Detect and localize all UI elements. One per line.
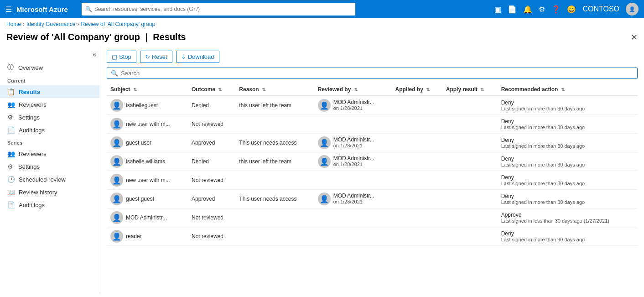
settings-icon[interactable]: ⚙	[539, 5, 545, 14]
rec-action-detail: Last signed in more than 30 days ago	[501, 237, 634, 242]
user-avatar: 👤	[110, 174, 123, 187]
portal-icon[interactable]: ▣	[494, 5, 501, 14]
sidebar-overview-label: Overview	[18, 64, 43, 71]
table-search-icon: 🔍	[111, 70, 118, 77]
table-search-input[interactable]	[121, 70, 634, 77]
sidebar-item-series-audit[interactable]: 📄 Audit logs	[0, 198, 100, 211]
face-icon[interactable]: 😀	[567, 5, 576, 14]
col-apply-result[interactable]: Apply result ⇅	[442, 83, 498, 96]
user-avatar: 👤	[110, 99, 123, 112]
cell-outcome: Approved	[188, 134, 235, 152]
notification-icon[interactable]: 🔔	[523, 5, 532, 14]
col-applied-by[interactable]: Applied by ⇅	[392, 83, 442, 96]
table-row: 👤 guest guest ApprovedThis user needs ac…	[107, 190, 638, 208]
cell-recommended-action: Approve Last signed in less than 30 days…	[498, 208, 638, 227]
breadcrumb-identity-governance[interactable]: Identity Governance	[26, 21, 75, 27]
cell-apply-result	[442, 171, 498, 190]
sidebar-history-label: Review history	[19, 189, 57, 196]
sort-subject-icon[interactable]: ⇅	[133, 87, 137, 92]
rec-action-label: Deny	[501, 99, 634, 106]
main-layout: « ⓘ Overview Current 📋 Results 👥 Reviewe…	[0, 47, 644, 294]
reviewer-date: on 1/28/2021	[333, 143, 374, 148]
cell-subject: 👤 new user with m...	[107, 115, 188, 134]
col-subject[interactable]: Subject ⇅	[107, 83, 188, 96]
cell-reason	[235, 208, 314, 227]
sidebar-scheduled-label: Scheduled review	[19, 176, 66, 183]
toolbar: ▢ Stop ↻ Reset ⇓ Download	[107, 51, 638, 63]
sidebar-series-reviewers-label: Reviewers	[19, 151, 47, 157]
global-search-bar[interactable]: 🔍	[82, 3, 355, 16]
subject-name: guest guest	[126, 196, 154, 202]
col-reviewed-by[interactable]: Reviewed by ⇅	[314, 83, 392, 96]
stop-button[interactable]: ▢ Stop	[107, 51, 136, 63]
table-header-row: Subject ⇅ Outcome ⇅ Reason ⇅ Reviewed by…	[107, 83, 638, 96]
global-search-input[interactable]	[94, 6, 352, 12]
stop-icon: ▢	[112, 53, 117, 60]
sort-recommended-icon[interactable]: ⇅	[561, 87, 565, 92]
close-button[interactable]: ✕	[631, 32, 638, 42]
breadcrumb-review[interactable]: Review of 'All Company' group	[81, 21, 155, 27]
sidebar-item-series-settings[interactable]: ⚙ Settings	[0, 160, 100, 173]
rec-action-label: Deny	[501, 118, 634, 125]
sort-applied-icon[interactable]: ⇅	[426, 87, 430, 92]
col-outcome[interactable]: Outcome ⇅	[188, 83, 235, 96]
cell-applied-by	[392, 190, 442, 208]
reset-button[interactable]: ↻ Reset	[140, 51, 172, 63]
sidebar-item-review-history[interactable]: 📖 Review history	[0, 186, 100, 198]
sort-reason-icon[interactable]: ⇅	[262, 87, 265, 92]
sidebar-item-reviewers[interactable]: 👥 Reviewers	[0, 98, 100, 111]
cell-subject: 👤 reader	[107, 227, 188, 246]
col-recommended-action[interactable]: Recommended action ⇅	[498, 83, 638, 96]
cell-applied-by	[392, 227, 442, 246]
rec-action: Deny Last signed in more than 30 days ag…	[501, 137, 634, 149]
sidebar-item-scheduled-review[interactable]: 🕐 Scheduled review	[0, 173, 100, 186]
user-avatar: 👤	[110, 193, 123, 205]
subject-name: MOD Administr...	[126, 214, 167, 221]
cell-outcome: Not reviewed	[188, 171, 235, 190]
cell-subject: 👤 isabelleguest	[107, 96, 188, 115]
contoso-label: CONTOSO	[582, 5, 619, 13]
cell-subject: 👤 isabelle williams	[107, 152, 188, 171]
sidebar-item-overview[interactable]: ⓘ Overview	[0, 61, 100, 74]
search-icon: 🔍	[85, 6, 92, 12]
hamburger-icon[interactable]: ☰	[5, 5, 12, 14]
user-avatar: 👤	[110, 136, 123, 149]
scheduled-icon: 🕐	[7, 176, 15, 183]
sidebar-item-settings[interactable]: ⚙ Settings	[0, 111, 100, 124]
collapse-icon[interactable]: «	[93, 51, 96, 58]
rec-action-detail: Last signed in more than 30 days ago	[501, 162, 634, 167]
cell-reviewed-by	[314, 171, 392, 190]
help-icon[interactable]: ❓	[551, 5, 561, 14]
table-row: 👤 new user with m... Not reviewed Deny L…	[107, 171, 638, 190]
top-nav: ☰ Microsoft Azure 🔍 ▣ 📄 🔔 ⚙ ❓ 😀 CONTOSO …	[0, 0, 644, 18]
download-button[interactable]: ⇓ Download	[176, 51, 219, 63]
series-reviewers-icon: 👥	[7, 150, 15, 157]
cell-subject: 👤 new user with m...	[107, 171, 188, 190]
sidebar-item-results[interactable]: 📋 Results	[0, 85, 100, 98]
cell-reviewed-by	[314, 208, 392, 227]
col-reason[interactable]: Reason ⇅	[235, 83, 314, 96]
user-avatar: 👤	[110, 155, 123, 168]
table-row: 👤 guest user ApprovedThis user needs acc…	[107, 134, 638, 152]
sort-apply-result-icon[interactable]: ⇅	[480, 87, 484, 92]
reviewer-avatar: 👤	[318, 193, 331, 205]
cell-apply-result	[442, 152, 498, 171]
feedback-icon[interactable]: 📄	[508, 5, 517, 14]
sidebar-item-series-reviewers[interactable]: 👥 Reviewers	[0, 147, 100, 160]
cell-apply-result	[442, 208, 498, 227]
avatar[interactable]: 👤	[626, 3, 639, 16]
breadcrumb-home[interactable]: Home	[6, 21, 21, 27]
nav-icons: ▣ 📄 🔔 ⚙ ❓ 😀 CONTOSO 👤	[494, 3, 639, 16]
cell-recommended-action: Deny Last signed in more than 30 days ag…	[498, 96, 638, 115]
sidebar-series-audit-label: Audit logs	[19, 202, 45, 208]
sort-reviewed-icon[interactable]: ⇅	[354, 87, 358, 92]
cell-recommended-action: Deny Last signed in more than 30 days ag…	[498, 190, 638, 208]
rec-action-label: Deny	[501, 193, 634, 199]
search-container[interactable]: 🔍	[107, 68, 638, 79]
cell-applied-by	[392, 134, 442, 152]
sidebar-item-audit-logs[interactable]: 📄 Audit logs	[0, 124, 100, 136]
sort-outcome-icon[interactable]: ⇅	[218, 87, 222, 92]
history-icon: 📖	[7, 188, 15, 196]
rec-action-label: Deny	[501, 156, 634, 162]
sidebar-current-label: Current	[0, 74, 100, 85]
